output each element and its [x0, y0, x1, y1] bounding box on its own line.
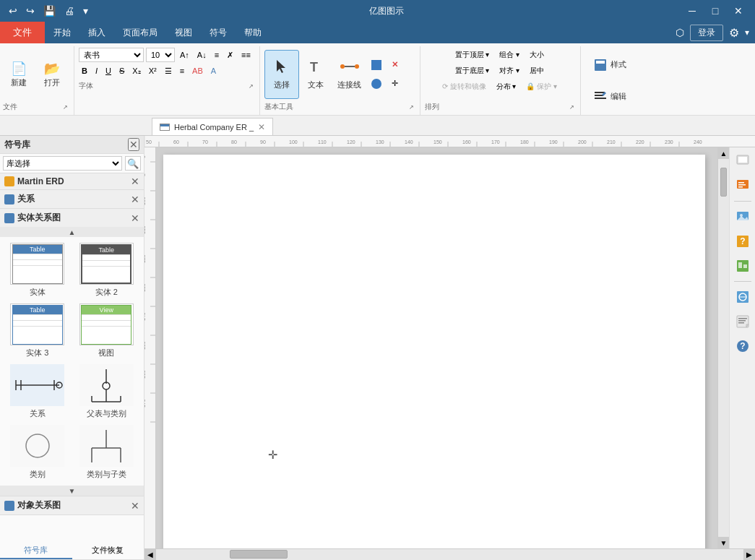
strikethrough-button[interactable]: S [116, 64, 127, 78]
lib-relation-close[interactable]: ✕ [131, 194, 139, 204]
highlight-button[interactable]: AB [189, 64, 206, 78]
new-button[interactable]: 📄 新建 [3, 53, 35, 96]
lib-section-martin-header[interactable]: Martin ERD ✕ [0, 173, 144, 189]
lib-item-subcategory[interactable]: 类别与子类 [75, 425, 139, 480]
login-button[interactable]: 登录 [690, 25, 723, 41]
save-icon[interactable]: 💾 [40, 4, 59, 18]
panel-btn-link[interactable] [732, 286, 754, 308]
align-obj-button[interactable]: 对齐 ▾ [496, 64, 523, 78]
settings-icon[interactable]: ⚙ [729, 26, 739, 40]
lib-item-relation[interactable]: 关系 [6, 364, 69, 419]
panel-btn-photo[interactable] [732, 206, 754, 228]
undo-icon[interactable]: ↩ [6, 4, 20, 18]
canvas-paper[interactable]: ✛ [156, 147, 717, 548]
align-button[interactable]: ≡ [212, 48, 222, 62]
hscroll-track[interactable] [156, 549, 743, 560]
more-icon[interactable]: ▾ [80, 4, 91, 18]
lib-item-entity1[interactable]: Table 实体 [6, 243, 69, 298]
shape-square-button[interactable] [368, 57, 384, 73]
hscroll-left-button[interactable]: ◀ [144, 549, 156, 561]
sidebar-tab-symbols[interactable]: 符号库 [0, 543, 72, 559]
menu-help[interactable]: 帮助 [236, 22, 270, 43]
bring-top-button[interactable]: 置于顶层 ▾ [452, 48, 493, 62]
panel-btn-notes[interactable] [732, 311, 754, 332]
text-button[interactable]: T 文本 [301, 50, 331, 99]
list-button[interactable]: ☰ [162, 64, 175, 78]
font-decrease-button[interactable]: A↓ [194, 48, 210, 62]
group-button[interactable]: 组合 ▾ [496, 48, 523, 62]
superscript-button[interactable]: X² [146, 64, 160, 78]
center-button[interactable]: 居中 [526, 64, 548, 78]
redo-icon[interactable]: ↪ [23, 4, 38, 18]
menu-start[interactable]: 开始 [45, 22, 79, 43]
font-increase-button[interactable]: A↑ [177, 48, 192, 62]
connect-button[interactable]: 连接线 [332, 50, 367, 99]
select-button[interactable]: 选择 [264, 50, 299, 99]
style-button[interactable]: 样式 [588, 54, 631, 76]
tools-expand-icon[interactable]: ↗ [409, 104, 414, 111]
hscroll-right-button[interactable]: ▶ [743, 549, 755, 561]
lib-section-object-header[interactable]: 对象关系图 ✕ [0, 496, 144, 514]
size-button[interactable]: 大小 [526, 48, 548, 62]
maximize-button[interactable]: □ [704, 0, 726, 22]
dropdown-icon[interactable]: ▾ [745, 27, 749, 38]
search-button[interactable]: 🔍 [125, 156, 141, 171]
scroll-down-button-v[interactable]: ▼ [718, 537, 729, 548]
shape-x-button[interactable]: ✕ [387, 57, 403, 73]
edit-button[interactable]: 编辑 [588, 85, 631, 107]
subscript-button[interactable]: X₂ [129, 64, 143, 78]
scroll-track[interactable] [718, 159, 729, 537]
menu-insert[interactable]: 插入 [79, 22, 114, 43]
lib-item-entity3[interactable]: Table 实体 3 [6, 303, 69, 358]
lib-martin-close[interactable]: ✕ [131, 176, 139, 186]
panel-btn-edit[interactable] [732, 175, 754, 197]
close-button[interactable]: ✕ [728, 0, 749, 22]
lib-section-erd-header[interactable]: 实体关系图 ✕ [0, 209, 144, 227]
doc-tab-close[interactable]: ✕ [258, 122, 265, 132]
clear-format-button[interactable]: ✗ [224, 48, 236, 62]
shape-circle-button[interactable] [368, 76, 384, 92]
menu-view[interactable]: 视图 [166, 22, 201, 43]
distribute-button[interactable]: 分布 ▾ [493, 79, 520, 94]
share-icon[interactable]: ⬡ [676, 27, 684, 38]
lib-erd-close[interactable]: ✕ [131, 213, 139, 223]
sidebar-close-button[interactable]: ✕ [128, 138, 139, 151]
scroll-down-button[interactable]: ▼ [0, 486, 144, 496]
panel-btn-data[interactable] [732, 255, 754, 277]
open-button[interactable]: 📂 打开 [36, 53, 68, 96]
underline-button[interactable]: U [103, 64, 114, 78]
font-family-select[interactable]: 表书 [79, 48, 144, 62]
panel-btn-orange[interactable]: ? [732, 231, 754, 252]
format-button[interactable]: ≡≡ [238, 48, 254, 62]
lib-dropdown[interactable]: 库选择 [3, 156, 122, 171]
minimize-button[interactable]: ─ [681, 0, 703, 22]
lib-item-parent-cat[interactable]: 父表与类别 [75, 364, 139, 419]
lib-item-view[interactable]: View 视图 [75, 303, 139, 358]
lock-button[interactable]: 🔒 保护 ▾ [522, 79, 561, 94]
scroll-up-button[interactable]: ▲ [0, 227, 144, 237]
font-expand-icon[interactable]: ↗ [249, 83, 254, 90]
lib-item-entity2[interactable]: Table 实体 2 [75, 243, 139, 298]
menu-symbol[interactable]: 符号 [201, 22, 236, 43]
bullets-button[interactable]: ≡ [177, 64, 187, 78]
file-expand-icon[interactable]: ↗ [63, 104, 68, 111]
bold-button[interactable]: B [79, 64, 90, 78]
panel-btn-help[interactable]: ? [732, 335, 754, 357]
font-color-button[interactable]: A [208, 64, 219, 78]
send-bottom-button[interactable]: 置于底层 ▾ [452, 64, 493, 78]
italic-button[interactable]: I [92, 64, 100, 78]
rotate-button[interactable]: ⟳ 旋转和镜像 [439, 79, 490, 94]
menu-page-layout[interactable]: 页面布局 [114, 22, 166, 43]
lib-section-relation-header[interactable]: 关系 ✕ [0, 190, 144, 208]
hscroll-thumb[interactable] [230, 550, 288, 559]
menu-file[interactable]: 文件 [0, 22, 45, 43]
shape-pin-button[interactable]: ✛ [387, 76, 403, 92]
arrange-expand-icon[interactable]: ↗ [569, 104, 574, 111]
lib-item-category[interactable]: 类别 [6, 425, 69, 480]
sidebar-tab-recovery[interactable]: 文件恢复 [72, 543, 144, 559]
scroll-thumb[interactable] [720, 168, 727, 197]
print-icon[interactable]: 🖨 [61, 4, 77, 18]
doc-tab-main[interactable]: Herbal Company ER _ ✕ [152, 118, 273, 135]
font-size-select[interactable]: 10 [146, 48, 175, 62]
lib-object-close[interactable]: ✕ [131, 501, 139, 511]
